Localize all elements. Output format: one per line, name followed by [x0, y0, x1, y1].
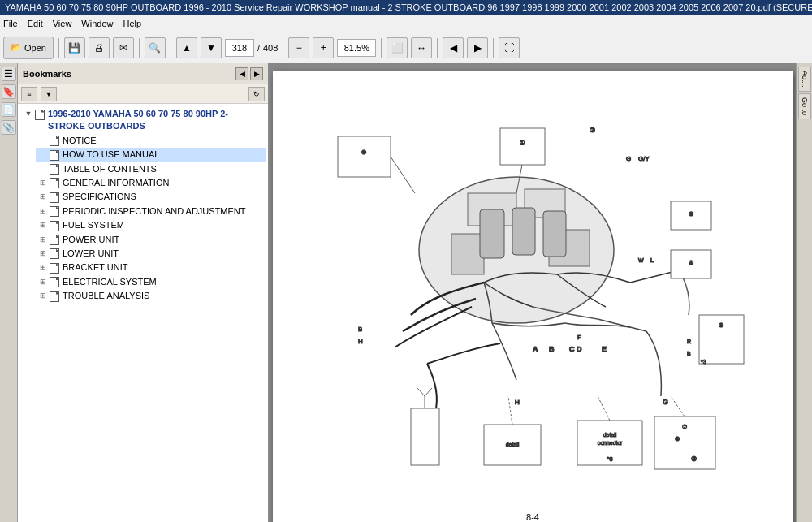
svg-rect-5	[480, 209, 504, 258]
bookmark-periodic[interactable]: ⊞ PERIODIC INSPECTION AND ADJUSTMENT	[36, 205, 266, 218]
forward-button[interactable]: ▶	[467, 37, 488, 58]
svg-text:B: B	[358, 326, 362, 333]
svg-text:G: G	[626, 155, 631, 162]
attachment-tab-icon[interactable]: 📎	[2, 120, 16, 135]
act-button[interactable]: Act...	[798, 67, 811, 92]
bracket-label: BRACKET UNIT	[63, 261, 265, 274]
svg-rect-3	[451, 234, 484, 274]
menu-window[interactable]: Window	[81, 19, 113, 28]
svg-text:E: E	[602, 345, 607, 353]
toolbar-separator-7	[493, 38, 494, 58]
periodic-label: PERIODIC INSPECTION AND ADJUSTMENT	[63, 205, 265, 218]
prev-page-button[interactable]: ▲	[176, 37, 197, 58]
menu-help[interactable]: Help	[123, 19, 141, 28]
engine-diagram: ⑩ ① ② G G/Y ③	[289, 88, 776, 494]
periodic-expand: ⊞	[37, 206, 49, 217]
bookmarks-prev-btn[interactable]: ◀	[235, 67, 248, 80]
svg-text:②: ②	[590, 127, 595, 134]
fuel-expand: ⊞	[37, 220, 49, 231]
bookmarks-refresh-btn[interactable]: ↻	[248, 87, 265, 101]
svg-rect-41	[411, 408, 439, 465]
toolbar-separator-4	[283, 38, 283, 58]
toolbar-separator-3	[171, 38, 171, 58]
svg-text:W: W	[638, 257, 644, 263]
svg-text:⑨: ⑨	[691, 455, 697, 463]
svg-rect-6	[512, 208, 535, 255]
doc-viewer[interactable]: ⑩ ① ② G G/Y ③	[270, 63, 796, 522]
fuel-icon	[49, 220, 60, 231]
zoom-in-button[interactable]: +	[313, 37, 334, 58]
bookmark-toc[interactable]: TABLE OF CONTENTS	[36, 162, 266, 176]
bookmark-notice[interactable]: NOTICE	[36, 134, 266, 148]
svg-line-43	[417, 388, 425, 396]
title-bar: YAMAHA 50 60 70 75 80 90HP OUTBOARD 1996…	[0, 0, 812, 15]
page-number: 8-4	[526, 512, 539, 522]
fullscreen-button[interactable]: ⛶	[499, 37, 520, 58]
pages-tab-icon[interactable]: 📄	[2, 102, 16, 117]
bookmark-root-item[interactable]: ▼ 1996-2010 YAMAHA 50 60 70 75 80 90HP 2…	[21, 107, 266, 134]
save-button[interactable]: 💾	[64, 37, 85, 58]
bookmarks-options-btn[interactable]: ▼	[41, 87, 57, 101]
sidebar-tabs: ☰ 🔖 📄 📎	[0, 63, 18, 522]
electrical-expand: ⊞	[37, 277, 49, 287]
bookmarks-panel: Bookmarks ◀ ▶ ≡ ▼ ↻ ▼ 1996-2010 YAMAHA 5…	[18, 63, 270, 522]
toolbar-separator-2	[139, 38, 140, 58]
right-sidebar: Act... Go to	[796, 63, 812, 522]
menu-edit[interactable]: Edit	[28, 19, 43, 28]
fuel-label: FUEL SYSTEM	[63, 219, 265, 231]
hand-tool-icon[interactable]: ☰	[2, 67, 16, 81]
bookmark-electrical[interactable]: ⊞ ELECTRICAL SYSTEM	[36, 275, 266, 289]
toolbar: 📂 Open 💾 🖨 ✉ 🔍 ▲ ▼ / 408 − + ⬜ ↔ ◀ ▶ ⛶	[0, 32, 812, 63]
print-button[interactable]: 🖨	[89, 37, 110, 58]
toc-icon	[49, 164, 60, 175]
bookmark-trouble[interactable]: ⊞ TROUBLE ANALYSIS	[36, 289, 266, 303]
trouble-icon	[49, 291, 60, 302]
root-doc-icon	[34, 109, 45, 120]
periodic-icon	[49, 206, 60, 218]
zoom-out-button[interactable]: −	[288, 37, 309, 58]
menu-file[interactable]: File	[3, 19, 18, 28]
open-button[interactable]: 📂 Open	[3, 37, 54, 59]
page-input[interactable]	[225, 39, 254, 57]
menu-view[interactable]: View	[53, 19, 72, 28]
trouble-expand: ⊞	[37, 291, 49, 301]
lower-label: LOWER UNIT	[63, 248, 265, 260]
next-page-button[interactable]: ▼	[201, 37, 222, 58]
bookmark-fuel[interactable]: ⊞ FUEL SYSTEM	[36, 218, 266, 232]
svg-line-50	[508, 396, 512, 425]
bookmark-tab-icon[interactable]: 🔖	[2, 84, 16, 99]
svg-text:③: ③	[689, 211, 693, 217]
bookmarks-next-btn[interactable]: ▶	[250, 67, 263, 80]
bookmark-lower[interactable]: ⊞ LOWER UNIT	[36, 247, 266, 261]
goto-button[interactable]: Go to	[798, 93, 811, 119]
bookmark-bracket[interactable]: ⊞ BRACKET UNIT	[36, 261, 266, 274]
bookmark-children: NOTICE HOW TO USE MANUAL	[36, 134, 266, 304]
svg-text:H: H	[358, 338, 363, 345]
bookmark-specs[interactable]: ⊞ SPECIFICATIONS	[36, 190, 266, 204]
fit-page-button[interactable]: ⬜	[387, 37, 408, 58]
bookmark-how-to-use[interactable]: HOW TO USE MANUAL	[36, 148, 266, 162]
bookmarks-root: ▼ 1996-2010 YAMAHA 50 60 70 75 80 90HP 2…	[21, 107, 266, 303]
bookmark-general-info[interactable]: ⊞ GENERAL INFORMATION	[36, 176, 266, 190]
svg-line-44	[425, 388, 432, 396]
svg-text:B: B	[687, 351, 691, 356]
back-button[interactable]: ◀	[443, 37, 464, 58]
how-to-use-icon	[49, 149, 60, 161]
bookmarks-header: Bookmarks ◀ ▶	[18, 63, 268, 84]
toolbar-separator-5	[381, 38, 382, 58]
svg-line-51	[671, 396, 685, 416]
svg-text:⑦: ⑦	[682, 424, 687, 429]
email-button[interactable]: ✉	[113, 37, 134, 58]
fit-width-button[interactable]: ↔	[411, 37, 432, 58]
specs-expand: ⊞	[37, 192, 49, 202]
lower-expand: ⊞	[37, 248, 49, 259]
total-pages: 408	[263, 43, 278, 53]
bookmark-power[interactable]: ⊞ POWER UNIT	[36, 233, 266, 247]
root-collapse-icon: ▼	[23, 109, 34, 119]
bookmarks-content: ▼ 1996-2010 YAMAHA 50 60 70 75 80 90HP 2…	[18, 104, 268, 522]
general-info-icon	[49, 178, 60, 189]
bookmarks-collapse-btn[interactable]: ≡	[21, 87, 37, 101]
zoom-input[interactable]	[337, 39, 376, 57]
svg-text:L: L	[650, 257, 654, 263]
search-button[interactable]: 🔍	[145, 37, 166, 58]
